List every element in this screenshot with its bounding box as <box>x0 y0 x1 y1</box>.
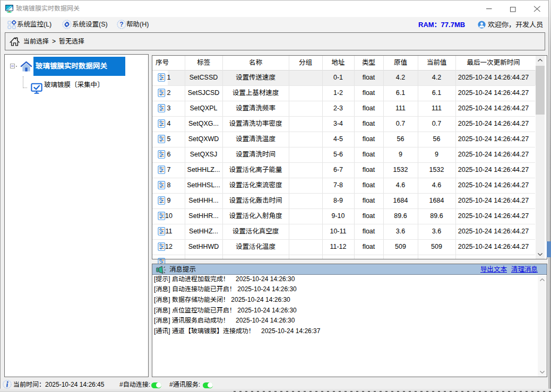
svg-text:?: ? <box>119 21 123 28</box>
